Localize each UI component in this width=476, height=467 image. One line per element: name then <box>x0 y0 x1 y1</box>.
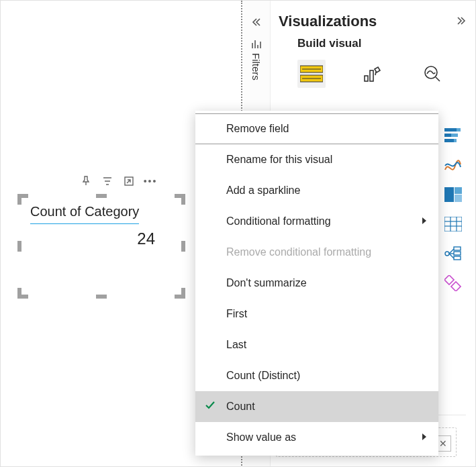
pane-subtitle: Build visual <box>279 37 467 50</box>
svg-line-25 <box>449 254 454 258</box>
menu-item-label: Conditional formatting <box>226 215 331 227</box>
card-visual[interactable]: Count of Category 24 <box>19 196 183 297</box>
decomposition-icon[interactable] <box>443 244 463 264</box>
checkmark-icon <box>205 400 216 413</box>
model-icon[interactable] <box>443 273 463 293</box>
matrix-icon[interactable] <box>443 214 463 234</box>
svg-rect-30 <box>451 282 461 291</box>
card-value: 24 <box>30 229 173 248</box>
menu-item-don-t-summarize[interactable]: Don't summarize <box>195 268 438 299</box>
svg-rect-27 <box>454 252 461 255</box>
svg-rect-11 <box>451 134 458 137</box>
ribbon-icon[interactable] <box>443 155 463 175</box>
svg-rect-10 <box>444 134 451 137</box>
visual-toolbar: ••• <box>80 175 156 187</box>
field-context-menu: Remove fieldRename for this visualAdd a … <box>195 111 438 456</box>
svg-rect-16 <box>455 195 462 202</box>
menu-item-count[interactable]: Count <box>195 391 438 422</box>
bar-chart-icon <box>252 40 261 50</box>
menu-item-label: Add a sparkline <box>226 185 300 197</box>
menu-item-label: Count <box>226 401 255 413</box>
stacked-bar-icon[interactable] <box>443 125 463 146</box>
card-title: Count of Category <box>30 204 139 224</box>
svg-rect-15 <box>455 187 462 194</box>
menu-item-label: Remove conditional formatting <box>226 246 371 258</box>
filter-icon[interactable] <box>101 175 113 187</box>
menu-item-label: Count (Distinct) <box>226 370 300 382</box>
menu-item-first[interactable]: First <box>195 299 438 329</box>
tab-analytics[interactable] <box>418 60 446 88</box>
chevron-right-icon <box>421 215 428 227</box>
menu-item-rename-for-this-visual[interactable]: Rename for this visual <box>195 144 438 175</box>
card-body: Count of Category 24 <box>26 201 177 291</box>
svg-rect-17 <box>444 217 462 231</box>
more-icon[interactable]: ••• <box>144 175 156 187</box>
filters-label[interactable]: Filters <box>250 53 262 81</box>
tab-format-visual[interactable] <box>358 60 386 88</box>
svg-rect-5 <box>365 76 368 81</box>
svg-line-23 <box>449 249 454 254</box>
svg-rect-8 <box>444 128 457 132</box>
svg-rect-9 <box>457 128 461 132</box>
menu-item-count-distinct[interactable]: Count (Distinct) <box>195 360 438 391</box>
menu-item-remove-conditional-formatting: Remove conditional formatting <box>195 237 438 268</box>
menu-item-label: Last <box>226 339 246 351</box>
pin-icon[interactable] <box>80 175 92 187</box>
menu-item-remove-field[interactable]: Remove field <box>195 113 438 144</box>
menu-item-conditional-formatting[interactable]: Conditional formatting <box>195 206 438 237</box>
chevron-right-icon <box>421 431 428 444</box>
svg-rect-29 <box>444 275 454 284</box>
menu-item-label: First <box>226 308 247 320</box>
svg-rect-6 <box>370 70 373 81</box>
svg-point-22 <box>445 252 449 256</box>
svg-rect-13 <box>454 139 457 142</box>
svg-rect-28 <box>454 256 461 260</box>
svg-rect-14 <box>444 187 454 202</box>
svg-rect-26 <box>454 247 461 250</box>
tab-build-visual[interactable] <box>297 60 326 88</box>
focus-mode-icon[interactable] <box>123 175 135 187</box>
expand-filters-icon[interactable] <box>250 17 261 30</box>
pane-title: Visualizations <box>279 13 377 30</box>
treemap-icon[interactable] <box>443 185 463 205</box>
menu-item-label: Don't summarize <box>226 277 307 289</box>
menu-item-label: Rename for this visual <box>226 154 332 166</box>
viz-type-gallery <box>443 125 466 293</box>
svg-rect-12 <box>444 139 454 142</box>
pane-tabs <box>279 60 467 88</box>
svg-point-7 <box>425 66 437 79</box>
menu-item-last[interactable]: Last <box>195 329 438 360</box>
menu-item-show-value-as[interactable]: Show value as <box>195 422 438 453</box>
collapse-pane-icon[interactable] <box>457 13 467 30</box>
menu-item-add-a-sparkline[interactable]: Add a sparkline <box>195 175 438 206</box>
menu-item-label: Remove field <box>226 123 289 135</box>
menu-item-label: Show value as <box>226 431 296 444</box>
